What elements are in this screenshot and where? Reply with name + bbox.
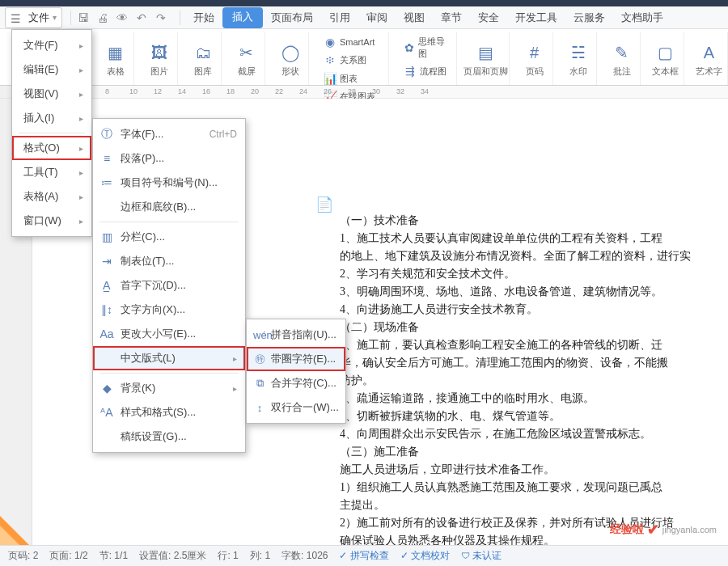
- status-words[interactable]: 字数: 1026: [281, 549, 328, 563]
- headerfooter-icon: ▤: [478, 40, 493, 65]
- relation-icon: ፨: [324, 53, 336, 67]
- tab-6[interactable]: 章节: [433, 7, 470, 28]
- tab-9[interactable]: 云服务: [565, 7, 613, 28]
- status-page[interactable]: 页面: 1/2: [49, 549, 87, 563]
- menu-icon: ↕: [253, 402, 266, 414]
- menu2-item[interactable]: A̲首字下沉(D)...: [93, 273, 245, 298]
- ribbon-pagenum[interactable]: #页码: [516, 32, 553, 85]
- ribbon-chart[interactable]: 📊图表: [320, 70, 383, 87]
- menu1-item[interactable]: 插入(I)▸: [12, 106, 91, 130]
- menubar: 文件 ▾ 🖫 🖨 👁 ↶ ↷ 开始插入页面布局引用审阅视图章节安全开发工具云服务…: [0, 6, 728, 29]
- menu2-item[interactable]: ⇥制表位(T)...: [93, 249, 245, 273]
- save-icon[interactable]: 🖫: [76, 11, 91, 25]
- menu1-item[interactable]: 工具(T)▸: [12, 160, 91, 184]
- ribbon-wordart[interactable]: A艺术字: [691, 32, 728, 85]
- ribbon-insert: ▦表格 🖼图片 🗂图库 ✂截屏 ◯形状 ◉SmartArt ፨关系图 📊图表 📈…: [0, 29, 728, 86]
- status-spellcheck[interactable]: 拼写检查: [339, 549, 388, 563]
- comment-icon: ✎: [615, 40, 629, 65]
- ribbon-smartart[interactable]: ◉SmartArt: [320, 34, 383, 50]
- ribbon-comment[interactable]: ✎批注: [603, 32, 641, 85]
- chevron-right-icon: ▸: [79, 90, 83, 99]
- menu2-item[interactable]: ∥↕文字方向(X)...: [93, 298, 245, 322]
- status-pagecode[interactable]: 页码: 2: [8, 549, 38, 563]
- ribbon-mindmap[interactable]: ✿思维导图: [400, 34, 451, 61]
- divider: [70, 11, 71, 25]
- menu-icon: ㊕: [253, 352, 266, 366]
- ribbon-textbox[interactable]: ▢文本框: [647, 32, 684, 85]
- chevron-right-icon: ▸: [79, 114, 83, 123]
- doc-line: 4、向周围群众出示安民告示，在施工危险区域设置警戒标志。: [340, 425, 728, 443]
- page-icon: 📄: [315, 196, 333, 213]
- menu2-item[interactable]: Ⓣ字体(F)...Ctrl+D: [93, 122, 245, 146]
- ribbon-table[interactable]: ▦表格: [97, 32, 134, 85]
- menu2-item[interactable]: ᴬA样式和格式(S)...: [93, 400, 245, 424]
- menu-icon: ▥: [99, 230, 114, 243]
- menu2-item[interactable]: 中文版式(L)▸: [93, 346, 245, 370]
- menu-icon: ≔: [99, 176, 114, 189]
- menu1-item[interactable]: 格式(O)▸: [12, 136, 91, 160]
- preview-icon[interactable]: 👁: [115, 11, 129, 25]
- menu2-item[interactable]: 边框和底纹(B)...: [93, 195, 245, 219]
- print-icon[interactable]: 🖨: [95, 11, 110, 25]
- doc-line: （二）现场准备: [340, 319, 728, 336]
- ribbon-headerfooter[interactable]: ▤页眉和页脚: [463, 32, 510, 85]
- watermark-icon: ☵: [571, 40, 586, 65]
- ribbon-screenshot[interactable]: ✂截屏: [228, 32, 265, 85]
- menu1-item[interactable]: 文件(F)▸: [12, 33, 91, 57]
- menu2-item[interactable]: 稿纸设置(G)...: [93, 424, 245, 449]
- doc-line: 3、切断被拆建筑物的水、电、煤气管道等。: [340, 408, 728, 425]
- chevron-right-icon: ▸: [79, 144, 83, 153]
- tab-10[interactable]: 文档助手: [613, 7, 671, 28]
- ribbon-relation[interactable]: ፨关系图: [320, 52, 383, 69]
- redo-icon[interactable]: ↷: [154, 11, 168, 25]
- check-icon: ✔: [647, 521, 659, 539]
- menu3-item[interactable]: wén拼音指南(U)...: [247, 323, 345, 347]
- menu2-item[interactable]: Aa更改大小写(E)...: [93, 322, 245, 346]
- shape-icon: ◯: [281, 40, 299, 65]
- hamburger-icon: [11, 12, 25, 23]
- chevron-right-icon: ▸: [79, 168, 83, 177]
- menu2-item[interactable]: ≔项目符号和编号(N)...: [93, 171, 245, 195]
- menu2-item[interactable]: ◆背景(K)▸: [93, 376, 245, 400]
- menu-icon: ⇥: [99, 255, 114, 268]
- menu-icon: Aa: [99, 327, 114, 340]
- doc-line: 2、疏通运输道路，接通施工中的临时用水、电源。: [340, 390, 728, 408]
- chart-icon: 📊: [324, 72, 336, 85]
- menu2-item[interactable]: ≡段落(P)...: [93, 146, 245, 171]
- menu-icon: Ⓣ: [99, 127, 114, 142]
- menu1-item[interactable]: 视图(V)▸: [12, 82, 91, 106]
- doc-line: 1、施工前，要认真检查影响工程安全施工的各种管线的切断、迁: [340, 336, 728, 354]
- doc-line: 施工人员进场后，立即进行技术准备工作。: [340, 461, 728, 479]
- status-proof[interactable]: 文档校对: [400, 549, 450, 563]
- file-menu-button[interactable]: 文件 ▾: [5, 7, 62, 28]
- tab-1[interactable]: 插入: [222, 7, 263, 28]
- doc-line: 1）组织施工人员认真熟悉施工范围及施工要求，发现问题已禹总: [340, 479, 728, 496]
- ribbon-watermark[interactable]: ☵水印: [560, 32, 597, 85]
- chevron-right-icon: ▸: [233, 384, 237, 393]
- menu1-item[interactable]: 窗口(W)▸: [12, 209, 91, 233]
- main-dropdown-menu: 文件(F)▸编辑(E)▸视图(V)▸插入(I)▸格式(O)▸工具(T)▸表格(A…: [11, 29, 92, 237]
- ribbon-gallery[interactable]: 🗂图库: [184, 32, 222, 85]
- ribbon-flowchart[interactable]: ⇶流程图: [400, 63, 451, 79]
- tab-2[interactable]: 页面布局: [263, 7, 321, 28]
- tab-5[interactable]: 视图: [396, 7, 433, 28]
- tab-3[interactable]: 引用: [321, 7, 358, 28]
- ribbon-shape[interactable]: ◯形状: [272, 32, 309, 85]
- menu1-item[interactable]: 表格(A)▸: [12, 184, 91, 209]
- menu1-item[interactable]: 编辑(E)▸: [12, 57, 91, 82]
- menu2-item[interactable]: ▥分栏(C)...: [93, 225, 245, 249]
- status-auth[interactable]: 未认证: [461, 549, 502, 563]
- menu3-item[interactable]: ↕双行合一(W)...: [247, 395, 345, 420]
- tab-4[interactable]: 审阅: [358, 7, 396, 28]
- doc-line: 2、学习有关规范和安全技术文件。: [340, 265, 728, 283]
- menu3-item[interactable]: ㊕带圈字符(E)...: [247, 347, 345, 371]
- ribbon-image[interactable]: 🖼图片: [141, 32, 178, 85]
- tab-8[interactable]: 开发工具: [507, 7, 565, 28]
- wordart-icon: A: [704, 40, 714, 65]
- table-icon: ▦: [108, 40, 123, 65]
- tab-7[interactable]: 安全: [470, 7, 507, 28]
- chinese-layout-submenu: wén拼音指南(U)...㊕带圈字符(E)...⧉合并字符(C)...↕双行合一…: [246, 319, 346, 424]
- tab-0[interactable]: 开始: [185, 7, 222, 28]
- undo-icon[interactable]: ↶: [134, 11, 149, 25]
- menu3-item[interactable]: ⧉合并字符(C)...: [247, 371, 345, 395]
